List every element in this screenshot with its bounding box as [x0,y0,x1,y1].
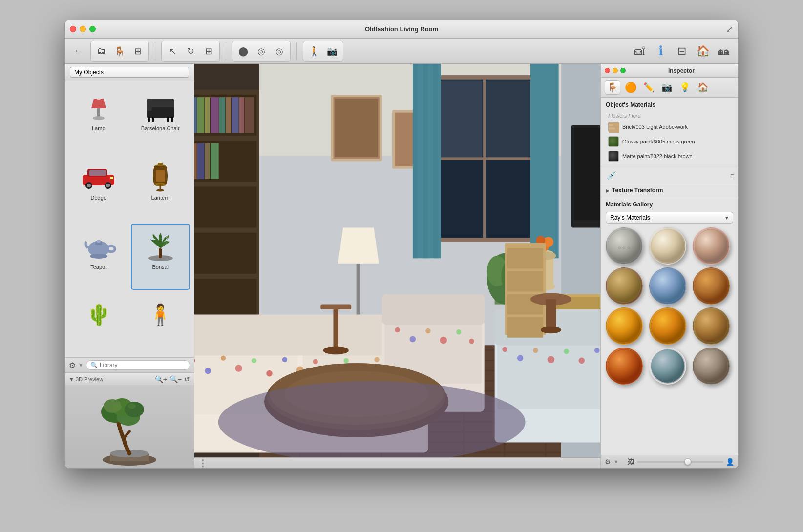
select-tool-button[interactable]: ↖ [164,43,181,60]
objects-detail-button[interactable]: ⊞ [129,43,146,60]
gallery-ball-orange3[interactable] [606,348,643,385]
gallery-ball-orange-bright[interactable] [606,307,643,345]
svg-point-190 [608,349,641,383]
svg-rect-27 [97,240,101,243]
inspector-person-button[interactable]: 👤 [726,458,734,466]
svg-point-139 [395,327,400,332]
svg-rect-127 [497,343,600,409]
back-button[interactable]: ← [70,43,86,60]
gallery-ball-wood[interactable] [693,307,730,345]
gallery-ball-blue-gray[interactable] [649,348,686,385]
inspector-gear-button[interactable]: ⚙ [605,458,611,466]
gallery-ball-brown-gray[interactable] [693,348,730,385]
close-button[interactable] [70,26,76,32]
material-item-black[interactable]: Matte paint/8022 black brown [606,149,733,163]
slider-thumb[interactable] [684,458,691,465]
preview-label: 3D Preview [76,376,103,382]
objects-dropdown[interactable]: My Objects [70,67,189,78]
roof-button[interactable]: 🏠 [694,42,712,61]
tools-menu-icon[interactable]: ≡ [730,172,734,180]
objects-grid-button[interactable]: 🪑 [111,43,128,60]
render-wire-button[interactable]: ◎ [253,43,270,60]
object-thumb-figure: 🧍 [141,297,180,331]
render-solid-button[interactable]: ⬤ [235,43,252,60]
svg-point-17 [106,184,110,187]
dropdown-arrow-icon[interactable]: ▼ [78,362,84,368]
object-item-figure[interactable]: 🧍 [131,292,190,353]
inspector-title: Inspector [629,67,734,74]
object-thumb-lantern [141,159,180,193]
svg-rect-81 [530,64,559,258]
preview-toggle[interactable]: ▼ 3D Preview [69,376,103,382]
camera-button[interactable]: 📷 [324,43,340,60]
inspector-tab-pencil[interactable]: ✏️ [641,80,656,95]
svg-point-24 [156,189,164,192]
inspector-minimize-button[interactable] [613,68,618,73]
inspector-tab-light[interactable]: 💡 [677,80,693,95]
object-item-cactus[interactable]: 🌵 [69,292,128,353]
search-input[interactable] [100,362,186,368]
maximize-button[interactable] [89,26,96,32]
objects-list-button[interactable]: 🗂 [93,43,110,60]
object-item-teapot[interactable]: Teapot [69,224,128,290]
inspector-tab-furniture[interactable]: 🪑 [605,80,620,95]
inspector-title-bar: Inspector [601,64,738,78]
gallery-ball-brown-damask[interactable] [606,267,643,305]
svg-rect-77 [434,81,483,157]
svg-rect-138 [382,294,485,325]
gallery-ball-orange2[interactable] [649,307,686,345]
gallery-ball-red-floral[interactable] [693,227,730,265]
minimize-button[interactable] [80,26,86,32]
render-texture-button[interactable]: ◎ [271,43,288,60]
object-item-lantern[interactable]: Lantern [131,154,190,221]
inspector-image-button[interactable]: 🖼 [628,458,634,466]
inspector-maximize-button[interactable] [620,68,626,73]
object-item-lamp[interactable]: Lamp [69,85,128,152]
svg-point-117 [282,357,287,362]
resize-icon: ⤢ [726,24,733,34]
svg-point-142 [440,337,447,344]
reset-view-button[interactable]: ↺ [184,375,190,383]
snap-tool-button[interactable]: ⊞ [200,43,217,60]
gallery-ball-orange-rustic[interactable] [693,267,730,305]
material-swatch-brick [608,122,619,132]
svg-point-186 [651,309,684,343]
layout-button[interactable]: ⊟ [673,42,691,61]
toolbar-separator-1 [155,42,155,60]
inspector-close-button[interactable] [605,68,610,73]
zoom-in-button[interactable]: 🔍+ [155,375,167,383]
svg-point-133 [564,349,569,354]
gallery-ball-blue-argyle[interactable] [649,267,686,305]
object-label-lamp: Lamp [92,125,106,131]
gallery-ball-cream-floral[interactable] [649,227,686,265]
inspector-tab-house[interactable]: 🏠 [695,80,711,95]
svg-point-144 [469,339,474,344]
texture-transform-header[interactable]: ▶ Texture Transform [606,187,733,194]
svg-rect-154 [507,248,543,268]
svg-rect-9 [152,117,154,122]
material-item-moss[interactable]: Glossy paint/6005 moss green [606,135,733,148]
eyedropper-button[interactable]: 💉 [605,170,618,181]
gallery-dropdown[interactable]: Ray's Materials [606,212,733,224]
svg-point-121 [343,358,348,363]
home-button[interactable]: 🏘 [715,42,733,61]
gear-dropdown-icon[interactable]: ▼ [613,459,619,465]
zoom-out-button[interactable]: 🔍− [169,375,182,383]
svg-point-131 [533,348,538,353]
main-3d-view[interactable]: ⋮ [194,64,600,468]
material-item-brick[interactable]: Brick/003 Light Adobe-work [606,120,733,134]
inspector-tab-sphere[interactable]: 🟠 [623,80,638,95]
furniture-icon-button[interactable]: 🛋 [631,42,649,61]
info-button[interactable]: ℹ [652,42,670,61]
preview-header: ▼ 3D Preview 🔍+ 🔍− ↺ [65,373,194,385]
walk-button[interactable]: 🚶 [306,43,322,60]
slider-track[interactable] [637,461,723,463]
gear-icon[interactable]: ⚙ [69,361,76,370]
object-item-dodge[interactable]: Dodge [69,154,128,221]
object-item-chair[interactable]: Barselona Chair [131,85,190,152]
gallery-ball-gray-floral[interactable]: ✿ ✿ ✿ [606,227,643,265]
inspector-tab-camera[interactable]: 📷 [659,80,675,95]
object-item-bonsai[interactable]: Bonsai [131,224,190,290]
rotate-tool-button[interactable]: ↻ [182,43,199,60]
svg-rect-10 [167,117,169,122]
